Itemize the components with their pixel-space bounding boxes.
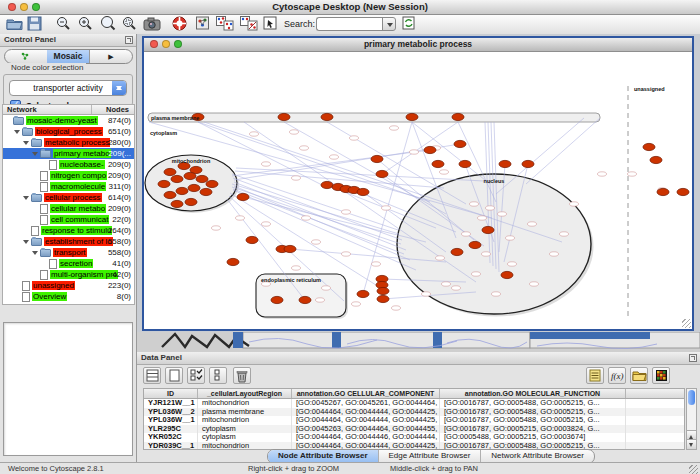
- tree-row-multi-organism-pro[interactable]: multi-organism pro42(0): [3, 269, 134, 280]
- node-unselected[interactable]: [452, 286, 461, 290]
- node[interactable]: [424, 146, 436, 153]
- node-unselected[interactable]: [528, 222, 537, 226]
- node-unselected[interactable]: [312, 240, 321, 244]
- tree-row-secretion[interactable]: secretion41(0): [3, 258, 134, 269]
- node[interactable]: [321, 181, 333, 188]
- tree-row-metabolic-process[interactable]: metabolic process280(0): [3, 137, 134, 148]
- tree-row-macromolecule[interactable]: macromolecule311(0): [3, 181, 134, 192]
- node-unselected[interactable]: [550, 252, 559, 256]
- node[interactable]: [284, 245, 296, 252]
- tree-row-biological-process[interactable]: biological_process651(0): [3, 126, 134, 137]
- node-unselected[interactable]: [290, 130, 299, 134]
- tab-mosaic[interactable]: Mosaic: [47, 50, 89, 63]
- node-unselected[interactable]: [262, 222, 271, 226]
- node-unselected[interactable]: [382, 206, 391, 210]
- node-unselected[interactable]: [392, 306, 401, 310]
- node[interactable]: [184, 172, 196, 179]
- attribute-table-header[interactable]: ID_cellularLayoutRegionannotation.GO CEL…: [143, 388, 685, 399]
- new-attribute-icon[interactable]: [165, 367, 183, 384]
- tree-row-primary-metabo[interactable]: primary metabo209(...: [3, 148, 134, 159]
- node[interactable]: [501, 271, 513, 278]
- node-unselected[interactable]: [508, 262, 517, 266]
- node-unselected[interactable]: [442, 282, 451, 286]
- node-unselected[interactable]: [302, 216, 311, 220]
- float-panel-icon[interactable]: [689, 354, 697, 362]
- frame-titlebar[interactable]: primary metabolic process: [144, 38, 692, 52]
- tree-row-cell-communicat[interactable]: cell communicat22(0): [3, 214, 134, 225]
- zoom-out-icon[interactable]: [56, 16, 71, 32]
- node[interactable]: [371, 155, 383, 162]
- node-unselected[interactable]: [350, 136, 359, 140]
- node-unselected[interactable]: [570, 202, 579, 206]
- node-unselected[interactable]: [212, 226, 221, 230]
- search-input[interactable]: [316, 17, 383, 31]
- node[interactable]: [278, 113, 290, 120]
- node[interactable]: [200, 188, 212, 195]
- node-unselected[interactable]: [530, 282, 539, 286]
- column-header[interactable]: _cellularLayoutRegion: [198, 389, 292, 398]
- node-unselected[interactable]: [470, 202, 479, 206]
- expander-icon[interactable]: [23, 236, 31, 247]
- node[interactable]: [499, 160, 511, 167]
- node-unselected[interactable]: [560, 232, 569, 236]
- delete-attribute-icon[interactable]: [233, 367, 251, 384]
- tree-row-overview[interactable]: Overview8(0): [3, 291, 134, 302]
- table-row[interactable]: YJR121W__1mitochondrion[GO:0045267, GO:0…: [144, 399, 684, 408]
- node[interactable]: [677, 188, 689, 195]
- node-unselected[interactable]: [292, 266, 301, 270]
- node[interactable]: [171, 200, 183, 207]
- node[interactable]: [377, 295, 389, 302]
- annotation-icon[interactable]: [263, 16, 277, 32]
- snapshot-icon[interactable]: [143, 16, 161, 32]
- node[interactable]: [299, 296, 311, 303]
- search-dropdown-button[interactable]: [382, 17, 396, 31]
- heatmap-icon[interactable]: [652, 367, 670, 384]
- attribute-table-icon[interactable]: [143, 367, 161, 384]
- table-row[interactable]: YKR052Ccytoplasm[GO:0044464, GO:0044446,…: [144, 433, 684, 442]
- tree-row-establishment-of-lo[interactable]: establishment of lo558(0): [3, 236, 134, 247]
- zoom-fit-icon[interactable]: [100, 16, 116, 32]
- tree-row-transport[interactable]: transport558(0): [3, 247, 134, 258]
- scroll-down-button[interactable]: [687, 439, 696, 449]
- node[interactable]: [522, 160, 534, 167]
- node[interactable]: [164, 168, 176, 175]
- import-attributes-icon[interactable]: [630, 367, 648, 384]
- unselect-attributes-icon[interactable]: [209, 367, 227, 384]
- attribute-matrix-icon[interactable]: [586, 367, 604, 384]
- node-unselected[interactable]: [292, 176, 301, 180]
- frame-resize-grip[interactable]: [682, 319, 691, 328]
- show-network-view-icon[interactable]: [196, 16, 209, 32]
- node[interactable]: [321, 113, 333, 120]
- birdseye-view-panel[interactable]: [3, 322, 133, 456]
- node[interactable]: [357, 188, 369, 195]
- node-unselected[interactable]: [300, 146, 309, 150]
- node-unselected[interactable]: [628, 172, 637, 176]
- node-unselected[interactable]: [316, 298, 325, 302]
- node[interactable]: [650, 156, 662, 163]
- window-resize-grip[interactable]: [689, 465, 698, 474]
- network-view-frame[interactable]: primary metabolic process plasma membran…: [142, 36, 694, 331]
- float-panel-icon[interactable]: [125, 36, 133, 44]
- node[interactable]: [227, 258, 239, 265]
- node[interactable]: [196, 175, 208, 182]
- node[interactable]: [164, 191, 176, 198]
- expander-icon[interactable]: [23, 137, 31, 148]
- node-unselected[interactable]: [330, 155, 339, 159]
- node[interactable]: [454, 140, 466, 147]
- node[interactable]: [643, 143, 655, 150]
- node[interactable]: [171, 175, 183, 182]
- node-unselected[interactable]: [236, 216, 245, 220]
- tree-row-nucleobase-[interactable]: nucleobase-209(0): [3, 159, 134, 170]
- node-unselected[interactable]: [262, 162, 271, 166]
- scrollbar-thumb[interactable]: [688, 390, 695, 405]
- node-unselected[interactable]: [486, 206, 495, 210]
- tree-row-cellular-process[interactable]: cellular process614(0): [3, 192, 134, 203]
- node[interactable]: [271, 296, 283, 303]
- node[interactable]: [469, 241, 481, 248]
- tab-overflow-arrow[interactable]: ▶: [89, 50, 132, 63]
- select-attributes-icon[interactable]: [187, 367, 205, 384]
- network-canvas[interactable]: plasma membranecytoplasmmitochondrionnuc…: [144, 52, 692, 329]
- destroy-network-view-icon[interactable]: [240, 16, 258, 32]
- column-header[interactable]: annotation.GO CELLULAR_COMPONENT: [292, 389, 440, 398]
- help-icon[interactable]: [172, 16, 187, 32]
